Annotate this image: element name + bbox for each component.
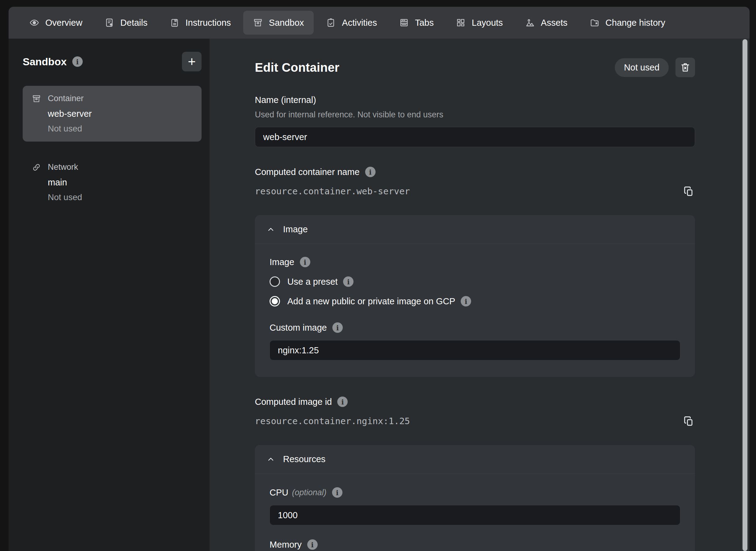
name-label: Name (internal) xyxy=(255,95,695,105)
computed-image-id-label: Computed image id xyxy=(255,397,332,407)
name-description: Used for internal reference. Not visible… xyxy=(255,110,695,119)
info-icon[interactable]: i xyxy=(365,167,376,177)
radio-use-preset[interactable]: Use a preset i xyxy=(270,277,680,287)
info-icon[interactable]: i xyxy=(332,323,343,333)
clipboard-check-icon xyxy=(326,18,336,28)
sidebar-item-network[interactable]: Network main Not used xyxy=(23,154,202,210)
radio-preset-label: Use a preset xyxy=(287,277,338,287)
tab-instructions[interactable]: Instructions xyxy=(160,11,241,35)
name-input[interactable] xyxy=(255,127,695,147)
copy-icon xyxy=(682,184,695,198)
app-window: Overview Details Instructions Sandbox Ac… xyxy=(0,0,756,551)
chevron-up-icon xyxy=(266,225,275,234)
custom-image-input[interactable] xyxy=(270,340,680,361)
tab-tabs[interactable]: Tabs xyxy=(389,11,444,35)
tab-label: Activities xyxy=(342,18,377,28)
tab-sandbox[interactable]: Sandbox xyxy=(243,11,314,35)
top-tab-bar: Overview Details Instructions Sandbox Ac… xyxy=(9,7,750,39)
copy-button[interactable] xyxy=(682,184,695,198)
info-icon[interactable]: i xyxy=(307,539,318,550)
info-icon[interactable]: i xyxy=(343,277,353,287)
tab-activities[interactable]: Activities xyxy=(316,11,387,35)
image-section-card: Image Image i Use a preset i xyxy=(255,215,695,377)
item-name: main xyxy=(48,177,192,187)
item-name: web-server xyxy=(48,109,192,119)
tab-layouts[interactable]: Layouts xyxy=(446,11,513,35)
info-icon[interactable]: i xyxy=(300,257,310,267)
tab-label: Change history xyxy=(606,18,665,28)
item-status: Not used xyxy=(48,124,192,134)
item-status: Not used xyxy=(48,192,192,202)
cpu-input[interactable] xyxy=(270,505,680,525)
copy-button[interactable] xyxy=(682,414,695,428)
info-icon[interactable]: i xyxy=(461,296,471,307)
tab-overview[interactable]: Overview xyxy=(20,11,92,35)
eye-icon xyxy=(29,18,39,28)
radio-circle[interactable] xyxy=(270,277,280,287)
computed-container-name-value: resource.container.web-server xyxy=(255,186,410,196)
rows-icon xyxy=(399,18,409,28)
radio-gcp-image[interactable]: Add a new public or private image on GCP… xyxy=(270,296,680,307)
scrollbar-thumb[interactable] xyxy=(743,39,747,551)
clipboard-icon xyxy=(170,18,180,28)
chevron-up-icon xyxy=(266,455,275,464)
add-resource-button[interactable]: + xyxy=(182,52,202,71)
layout-grid-icon xyxy=(456,18,466,28)
delete-container-button[interactable] xyxy=(675,58,695,77)
image-section-title: Image xyxy=(283,224,308,234)
image-field-label: Image xyxy=(270,257,294,267)
cpu-label: CPU xyxy=(270,488,288,498)
edit-container-panel: Edit Container Not used Name (internal) … xyxy=(210,39,750,551)
sandbox-sidebar: Sandbox i + Container web-server Not use… xyxy=(9,39,210,551)
document-gear-icon xyxy=(104,18,114,28)
radio-gcp-label: Add a new public or private image on GCP xyxy=(287,296,455,307)
tab-assets[interactable]: Assets xyxy=(515,11,577,35)
radio-circle-checked[interactable] xyxy=(270,296,280,307)
computed-container-name-label: Computed container name xyxy=(255,167,360,177)
sidebar-item-container[interactable]: Container web-server Not used xyxy=(23,86,202,141)
image-section-header[interactable]: Image xyxy=(255,215,695,244)
trash-x-icon xyxy=(680,62,691,73)
item-type-label: Container xyxy=(48,94,84,103)
folder-bookmark-icon xyxy=(590,18,599,28)
info-icon[interactable]: i xyxy=(332,487,342,498)
image-mountain-icon xyxy=(525,18,535,28)
custom-image-label: Custom image xyxy=(270,323,327,333)
tab-label: Details xyxy=(120,18,148,28)
resources-section-title: Resources xyxy=(283,454,326,464)
memory-label: Memory xyxy=(270,540,302,550)
link-icon xyxy=(32,163,41,172)
page-title: Edit Container xyxy=(255,61,339,74)
tab-label: Overview xyxy=(45,18,82,28)
sidebar-title: Sandbox xyxy=(23,56,67,68)
tab-label: Tabs xyxy=(415,18,434,28)
tab-label: Instructions xyxy=(186,18,231,28)
content-window: Overview Details Instructions Sandbox Ac… xyxy=(9,7,750,551)
container-icon xyxy=(32,94,41,103)
item-type-label: Network xyxy=(48,162,78,172)
resources-section-card: Resources CPU (optional) i xyxy=(255,445,695,551)
copy-icon xyxy=(682,414,695,428)
computed-image-id-value: resource.container.nginx:1.25 xyxy=(255,416,410,426)
tab-details[interactable]: Details xyxy=(95,11,157,35)
status-badge: Not used xyxy=(615,58,669,77)
resources-section-header[interactable]: Resources xyxy=(255,445,695,474)
tab-label: Layouts xyxy=(472,18,503,28)
info-icon[interactable]: i xyxy=(72,56,83,67)
cpu-optional-label: (optional) xyxy=(292,488,327,497)
tab-change-history[interactable]: Change history xyxy=(580,11,675,35)
tab-label: Sandbox xyxy=(269,18,304,28)
info-icon[interactable]: i xyxy=(337,397,348,407)
tab-label: Assets xyxy=(541,18,568,28)
archive-box-icon xyxy=(253,18,263,28)
